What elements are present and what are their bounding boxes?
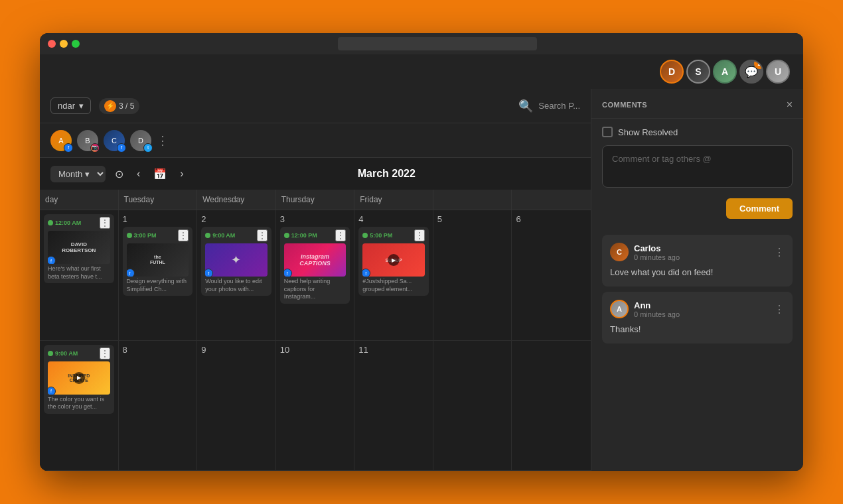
close-dot[interactable] — [48, 40, 56, 48]
event-card[interactable]: 12:00 PM ⋮ InstagramCAPTIONS f Need help… — [280, 227, 350, 304]
day-cell-tue-8: 8 — [119, 341, 198, 472]
day-cell-wed-2: 2 9:00 AM ⋮ ✦ — [197, 210, 276, 341]
maximize-dot[interactable] — [72, 40, 80, 48]
comment-input[interactable] — [602, 145, 793, 188]
chat-badge: 2 — [754, 60, 763, 69]
day-number: 8 — [123, 345, 193, 355]
ann-avatar: A — [610, 300, 629, 318]
event-card[interactable]: 9:00 AM ⋮ INSPIREDCREATE ▶ f The color y… — [44, 345, 114, 414]
event-card-header: 9:00 AM ⋮ — [205, 229, 268, 241]
calendar-icon-button[interactable]: 📅 — [149, 165, 171, 183]
day-label-wed: Wednesday — [197, 190, 276, 210]
event-time: 9:00 AM — [205, 232, 235, 239]
week-row-1: 12:00 AM ⋮ DAVIDROBERTSON f Here's what … — [40, 210, 591, 341]
event-thumbnail: INSPIREDCREATE ▶ f — [48, 361, 110, 395]
day-cell-sun-6: 6 — [512, 210, 591, 341]
day-label-thu: Thursday — [276, 190, 355, 210]
carlos-name: Carlos — [634, 243, 680, 253]
close-comments-button[interactable]: × — [787, 99, 793, 110]
ann-time: 0 minutes ago — [634, 310, 680, 318]
target-icon-button[interactable]: ⊙ — [111, 165, 127, 183]
week-row-2: 9:00 AM ⋮ INSPIREDCREATE ▶ f The color y… — [40, 341, 591, 472]
comments-panel: COMMENTS × Show Resolved Comment C — [591, 89, 803, 471]
ann-name: Ann — [634, 300, 680, 310]
day-number: 10 — [280, 345, 350, 355]
comment-2-more-button[interactable]: ⋮ — [774, 303, 785, 316]
calendar-panel: ndar ▾ ⚡ 3 / 5 🔍 Search P... A f — [40, 89, 591, 471]
account-avatar-1[interactable]: A f — [50, 130, 72, 151]
main-area: ndar ▾ ⚡ 3 / 5 🔍 Search P... A f — [40, 89, 803, 471]
event-time-label: 9:00 AM — [212, 232, 235, 239]
carlos-comment-text: Love what you did on feed! — [610, 267, 785, 279]
day-label-sun2 — [512, 190, 591, 210]
event-thumbnail: SUMUP ▶ f — [362, 243, 425, 277]
event-card-header: 5:00 PM ⋮ — [362, 229, 425, 241]
account-avatar-3[interactable]: C f — [104, 130, 125, 151]
calendar-title-button[interactable]: ndar ▾ — [50, 97, 91, 114]
show-resolved-label[interactable]: Show Resolved — [618, 127, 678, 137]
collaborator-avatar-2[interactable]: S — [686, 60, 710, 84]
minimize-dot[interactable] — [60, 40, 68, 48]
platform-icon: f — [362, 269, 370, 277]
calendar-dropdown-icon: ▾ — [79, 101, 84, 111]
account-avatar-4[interactable]: D t — [130, 130, 151, 151]
comment-user-details: Ann 0 minutes ago — [634, 300, 680, 318]
event-time-label: 12:00 AM — [55, 220, 81, 226]
window-controls — [48, 40, 80, 48]
ig-badge: 📷 — [90, 143, 100, 153]
event-desc: The color you want is the color you get.… — [48, 396, 110, 411]
event-thumbnail: InstagramCAPTIONS f — [284, 243, 346, 277]
next-month-button[interactable]: › — [176, 165, 187, 182]
event-time: 12:00 AM — [48, 220, 81, 226]
account-avatar-2[interactable]: B 📷 — [77, 130, 98, 151]
comment-user-info: C Carlos 0 minutes ago — [610, 243, 680, 261]
comment-user-details: Carlos 0 minutes ago — [634, 243, 680, 261]
event-time: 9:00 AM — [48, 350, 78, 357]
day-label-sat — [433, 190, 512, 210]
event-more-btn[interactable]: ⋮ — [335, 229, 346, 241]
credits-count: 3 / 5 — [119, 101, 134, 111]
platform-icon: f — [205, 269, 213, 277]
credits-icon: ⚡ — [104, 100, 116, 112]
comment-1-more-button[interactable]: ⋮ — [774, 246, 785, 259]
collaborator-avatar-3[interactable]: A — [713, 60, 737, 84]
event-more-btn[interactable]: ⋮ — [257, 229, 268, 241]
calendar-month-title: March 2022 — [193, 168, 580, 180]
ann-comment-text: Thanks! — [610, 324, 785, 336]
event-card[interactable]: 5:00 PM ⋮ SUMUP ▶ f #Justshipped Sa... g… — [358, 227, 429, 296]
platform-icon: f — [284, 269, 292, 277]
event-more-btn[interactable]: ⋮ — [178, 229, 189, 241]
show-resolved-row: Show Resolved — [591, 119, 803, 145]
view-select[interactable]: Month ▾ Week Day — [50, 166, 106, 182]
event-card[interactable]: 9:00 AM ⋮ ✦ f Would you like to edit you… — [201, 227, 271, 296]
thumb-text: InstagramCAPTIONS — [284, 243, 346, 277]
prev-month-button[interactable]: ‹ — [133, 165, 144, 182]
calendar-weeks: 12:00 AM ⋮ DAVIDROBERTSON f Here's what … — [40, 210, 591, 471]
more-accounts-button[interactable]: ⋮ — [157, 133, 169, 148]
user-avatar[interactable]: U — [766, 60, 790, 84]
event-more-btn[interactable]: ⋮ — [414, 229, 425, 241]
comment-submit-button[interactable]: Comment — [726, 198, 793, 219]
url-bar — [338, 37, 537, 50]
event-more-btn[interactable]: ⋮ — [100, 217, 110, 229]
comment-user-info: A Ann 0 minutes ago — [610, 300, 680, 318]
thumb-text: DAVIDROBERTSON — [48, 231, 110, 264]
event-desc: #Justshipped Sa... grouped element... — [362, 278, 425, 293]
day-cell-thu-3: 3 12:00 PM ⋮ Instag — [276, 210, 355, 341]
day-cell-prev-7: 9:00 AM ⋮ INSPIREDCREATE ▶ f The color y… — [40, 341, 119, 472]
event-card[interactable]: 3:00 PM ⋮ theFUTHL f Design everything w… — [123, 227, 193, 296]
event-thumbnail-1: DAVIDROBERTSON f — [48, 231, 110, 264]
calendar-name: ndar — [58, 101, 75, 111]
event-desc: Here's what our first beta testers have … — [48, 265, 110, 281]
show-resolved-checkbox[interactable] — [602, 127, 613, 137]
day-cell-wed-9: 9 — [197, 341, 276, 472]
event-desc: Design everything with Simplified Ch... — [127, 278, 189, 293]
title-bar — [40, 33, 803, 54]
day-cell-fri-4: 4 5:00 PM ⋮ SUMUP — [354, 210, 433, 341]
event-thumbnail: theFUTHL f — [127, 243, 189, 277]
day-label-sun: day — [40, 190, 119, 210]
chat-button[interactable]: 💬 2 — [739, 60, 763, 84]
collaborator-avatar-1[interactable]: D — [660, 60, 684, 84]
event-card-header: 12:00 PM ⋮ — [284, 229, 346, 241]
event-more-btn[interactable]: ⋮ — [100, 347, 110, 359]
